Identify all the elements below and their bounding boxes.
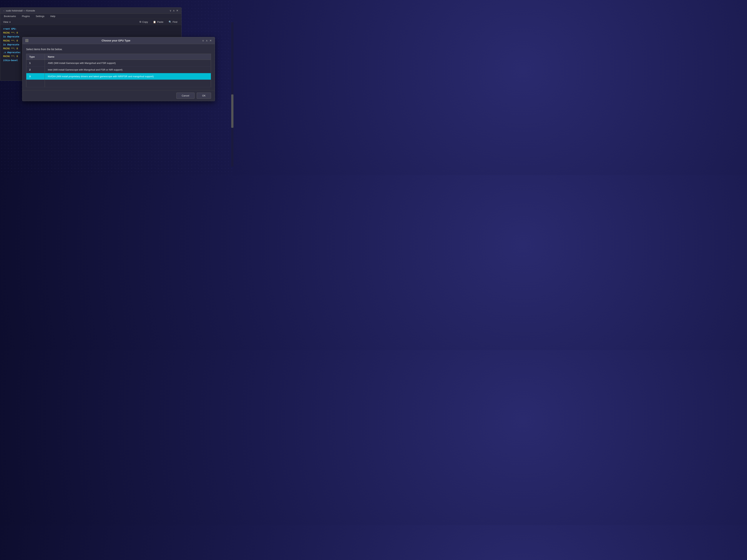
dialog-title: Choose your GPU Type (30, 39, 202, 42)
minimize-icon[interactable]: ∨ (170, 9, 171, 12)
col-header-name: Name (45, 54, 211, 60)
terminal-window-controls: ∨ ∧ ✕ (170, 9, 178, 12)
dialog-subtitle: Select items from the list below. (26, 48, 211, 51)
paste-button[interactable]: 📋 Paste (152, 20, 164, 24)
table-row[interactable]: 1 AMD (Will install Gamescope with Mango… (26, 60, 211, 66)
close-icon[interactable]: ✕ (176, 9, 178, 12)
row-name-amd: AMD (Will install Gamescope with Mangohu… (45, 60, 211, 66)
terminal-title: - : sudo holoinstall — Konsole (3, 9, 35, 12)
dialog-icon (25, 39, 28, 42)
table-header-row: Type Name (26, 54, 211, 60)
table-row-empty (26, 80, 211, 87)
table-row[interactable]: 2 Intel (Will install Gamescope with Man… (26, 66, 211, 73)
row-type-nvidia: 3 (26, 73, 45, 80)
term-label-5: is deprecate (3, 43, 19, 47)
term-warning-4: RNING **: 0 (3, 55, 18, 58)
maximize-icon[interactable]: ∧ (173, 9, 175, 12)
term-warning-2: RNING **: 0 (3, 39, 18, 43)
find-button[interactable]: 🔍 Find (168, 20, 178, 24)
find-icon: 🔍 (169, 21, 172, 23)
terminal-line-2: RNING **: 0 (3, 31, 178, 35)
paste-icon: 📋 (153, 21, 156, 23)
term-label-7: .s deprecatec (3, 51, 21, 54)
dialog-footer: Cancel OK (22, 90, 215, 101)
menubar-settings[interactable]: Settings (35, 15, 45, 18)
term-label-3: is deprecate (3, 35, 19, 38)
row-type-amd: 1 (26, 60, 45, 66)
terminal-line-1: rrent GPU: (3, 27, 178, 31)
terminal-titlebar: - : sudo holoinstall — Konsole ∨ ∧ ✕ (0, 7, 181, 14)
ok-button[interactable]: OK (197, 92, 211, 99)
cancel-button[interactable]: Cancel (176, 92, 195, 99)
dialog-close-icon[interactable]: ✕ (209, 39, 212, 42)
term-label-9: ithin-bevel (3, 59, 18, 62)
term-warning-3: RNING **: 0 (3, 47, 18, 50)
row-name-intel: Intel (Will install Gamescope with Mango… (45, 66, 211, 73)
terminal-menubar: Bookmarks Plugins Settings Help (0, 14, 181, 19)
col-header-type: Type (26, 54, 45, 60)
terminal-toolbar: View ∨ ⧉ Copy 📋 Paste 🔍 Find (0, 19, 181, 25)
dialog-window-controls: ∨ ∧ ✕ (202, 39, 212, 42)
view-control[interactable]: View ∨ (3, 21, 11, 23)
toolbar-actions: ⧉ Copy 📋 Paste 🔍 Find (138, 20, 178, 24)
gpu-table: Type Name 1 AMD (Will install Gamescope … (26, 54, 211, 87)
dialog-minimize-icon[interactable]: ∨ (202, 39, 204, 42)
view-chevron-icon: ∨ (9, 21, 11, 23)
menubar-bookmarks[interactable]: Bookmarks (3, 15, 17, 18)
menubar-plugins[interactable]: Plugins (21, 15, 31, 18)
menubar-help[interactable]: Help (50, 15, 56, 18)
dialog-body: Select items from the list below. Type N… (22, 44, 215, 90)
row-type-intel: 2 (26, 66, 45, 73)
copy-icon: ⧉ (139, 20, 141, 23)
scrollbar-track[interactable] (231, 22, 233, 167)
gpu-dialog: Choose your GPU Type ∨ ∧ ✕ Select items … (22, 37, 215, 101)
row-name-nvidia: NVIDIA (Will install proprietary drivers… (45, 73, 211, 80)
dialog-maximize-icon[interactable]: ∧ (206, 39, 208, 42)
term-warning-1: RNING **: 0 (3, 31, 18, 35)
scrollbar-thumb[interactable] (231, 95, 233, 128)
table-row-selected[interactable]: 3 NVIDIA (Will install proprietary drive… (26, 73, 211, 80)
dialog-titlebar: Choose your GPU Type ∨ ∧ ✕ (22, 37, 215, 44)
copy-button[interactable]: ⧉ Copy (138, 20, 149, 24)
term-label-1: rrent GPU: (3, 27, 17, 31)
view-label: View (3, 21, 8, 23)
